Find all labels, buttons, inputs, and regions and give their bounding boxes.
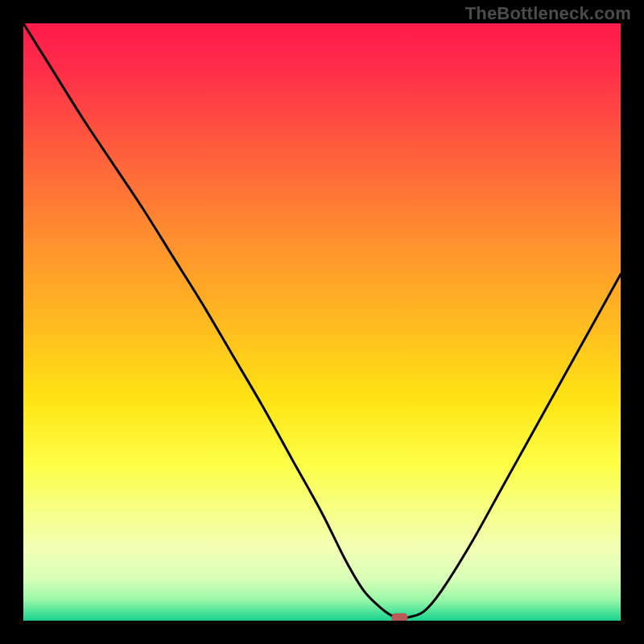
optimum-marker [391, 613, 407, 621]
watermark-label: TheBottleneck.com [465, 3, 631, 24]
background-rect [23, 23, 621, 621]
plot-area [23, 23, 621, 621]
chart-frame: TheBottleneck.com [0, 0, 644, 644]
chart-svg [23, 23, 621, 621]
